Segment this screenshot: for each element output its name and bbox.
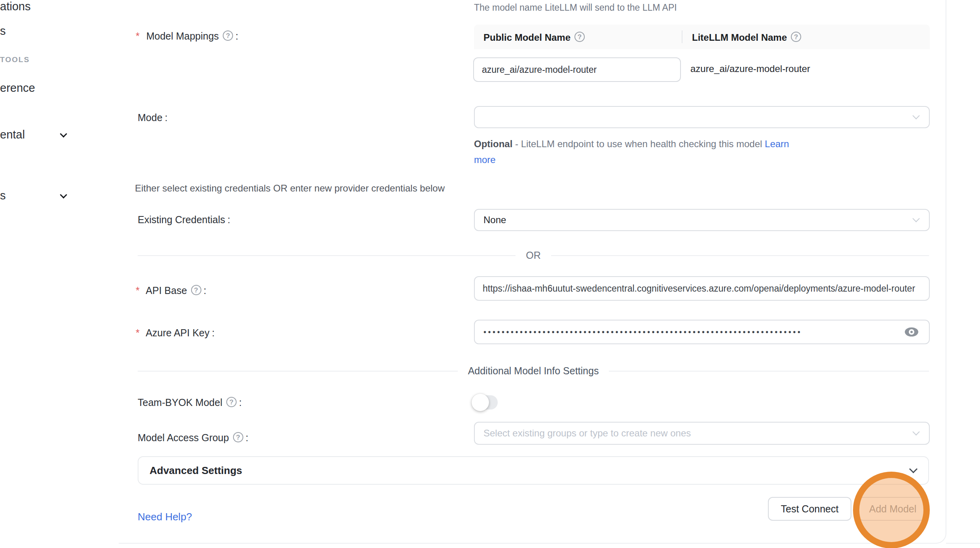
toggle-knob — [472, 394, 489, 411]
need-help-link[interactable]: Need Help? — [138, 511, 192, 523]
chevron-down-icon — [912, 112, 919, 119]
advanced-settings-panel[interactable]: Advanced Settings — [138, 456, 929, 485]
mode-helper-text: Optional - LiteLLM endpoint to use when … — [474, 136, 802, 168]
api-base-label: API Base: — [136, 284, 207, 296]
advanced-settings-label: Advanced Settings — [150, 465, 242, 477]
sidebar-item-settings[interactable]: s — [0, 189, 6, 202]
model-mappings-label: Model Mappings: — [136, 29, 238, 42]
chevron-down-icon — [60, 191, 67, 198]
divider-line — [551, 255, 929, 256]
litellm-model-name-header: LiteLLM Model Name — [682, 30, 801, 43]
sidebar-item-experimental[interactable]: ental — [0, 128, 25, 141]
bottom-divider — [946, 543, 980, 544]
model-access-group-select[interactable]: Select existing groups or type to create… — [474, 422, 930, 445]
column-divider — [682, 30, 682, 43]
model-access-group-placeholder: Select existing groups or type to create… — [483, 428, 691, 439]
help-question-icon[interactable] — [233, 432, 243, 442]
test-connect-button[interactable]: Test Connect — [768, 497, 851, 521]
or-divider: OR — [138, 250, 929, 261]
sidebar-item-logs[interactable]: s — [0, 25, 6, 38]
add-model-button[interactable]: Add Model — [858, 497, 927, 521]
chevron-down-icon — [912, 428, 919, 435]
eye-icon[interactable] — [904, 326, 919, 338]
masked-api-key-value: ••••••••••••••••••••••••••••••••••••••••… — [483, 328, 802, 337]
help-question-icon[interactable] — [191, 285, 201, 295]
model-access-group-label: Model Access Group: — [138, 431, 248, 444]
azure-api-key-input[interactable]: ••••••••••••••••••••••••••••••••••••••••… — [474, 320, 930, 344]
team-byok-label: Team-BYOK Model: — [138, 396, 242, 408]
mode-select[interactable] — [474, 106, 930, 128]
model-mappings-table: Public Model Name LiteLLM Model Name azu… — [474, 25, 930, 115]
help-question-icon[interactable] — [791, 32, 801, 42]
public-model-name-input[interactable] — [473, 57, 681, 82]
public-model-name-header: Public Model Name — [474, 30, 682, 43]
add-model-screen: ations s TOOLS erence ental s The model … — [0, 0, 980, 548]
chevron-down-icon — [909, 465, 917, 473]
help-question-icon[interactable] — [223, 30, 233, 41]
help-question-icon[interactable] — [574, 32, 585, 42]
chevron-down-icon — [912, 215, 919, 222]
help-question-icon[interactable] — [226, 397, 237, 407]
team-byok-toggle[interactable] — [472, 394, 498, 411]
azure-api-key-label: Azure API Key: — [136, 327, 214, 339]
divider-line — [609, 371, 929, 372]
mode-label: Mode: — [138, 112, 168, 123]
existing-credentials-value: None — [483, 214, 506, 226]
sidebar-section-tools: TOOLS — [0, 55, 30, 64]
sidebar-item-organizations[interactable]: ations — [0, 0, 30, 13]
litellm-model-name-value: azure_ai/azure-model-router — [690, 63, 810, 74]
divider-line — [138, 371, 458, 372]
additional-model-info-divider: Additional Model Info Settings — [138, 365, 929, 377]
model-name-helper-text: The model name LiteLLM will send to the … — [474, 2, 677, 13]
existing-credentials-label: Existing Credentials: — [138, 214, 230, 226]
api-base-input[interactable] — [474, 276, 930, 301]
credentials-note: Either select existing credentials OR en… — [135, 183, 445, 194]
sidebar-item-inference[interactable]: erence — [0, 82, 35, 95]
chevron-down-icon — [60, 130, 67, 137]
model-mappings-table-header: Public Model Name LiteLLM Model Name — [474, 25, 930, 49]
divider-line — [138, 255, 516, 256]
existing-credentials-select[interactable]: None — [474, 209, 930, 231]
model-mappings-table-row: azure_ai/azure-model-router — [474, 49, 930, 115]
